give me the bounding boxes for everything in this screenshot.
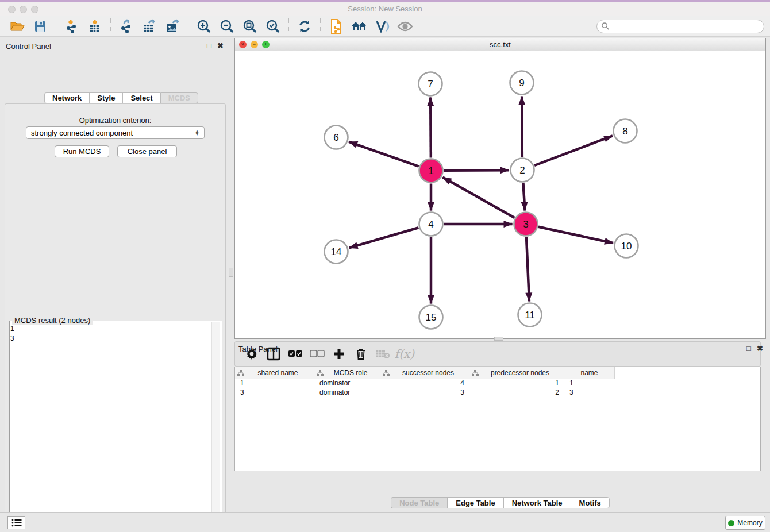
node-label: 8 [622, 126, 627, 137]
zoom-window-button[interactable] [31, 6, 38, 13]
edge-3-10[interactable] [538, 227, 613, 243]
deselect-all-icon[interactable] [307, 345, 327, 363]
delete-icon[interactable] [351, 345, 371, 363]
node-label: 11 [525, 310, 535, 321]
node-label: 6 [333, 132, 338, 143]
edge-4-14[interactable] [349, 228, 419, 248]
edge-3-11[interactable] [526, 237, 529, 301]
table-row[interactable]: 1dominator411 [235, 379, 760, 388]
save-session-icon[interactable] [31, 18, 49, 35]
tab-mcds[interactable]: MCDS [160, 92, 198, 103]
minimize-window-button[interactable] [20, 6, 27, 13]
table-cell[interactable]: dominator [314, 388, 380, 398]
table-cell[interactable]: 3 [380, 388, 469, 398]
maximize-network-button[interactable]: + [262, 41, 270, 48]
select-all-icon[interactable] [286, 345, 305, 363]
node-label: 4 [428, 219, 433, 230]
refresh-icon[interactable] [295, 18, 314, 35]
zoom-in-icon[interactable] [195, 18, 213, 35]
node-15[interactable]: 15 [419, 306, 443, 329]
vizmapper-icon[interactable] [373, 18, 391, 35]
network-canvas[interactable]: 7968124314101511 [235, 51, 765, 338]
close-panel-button[interactable]: Close panel [117, 145, 177, 157]
edge-1-2[interactable] [444, 170, 509, 171]
column-header-predecessor-nodes[interactable]: predecessor nodes [469, 367, 564, 379]
tab-motifs[interactable]: Motifs [571, 497, 610, 508]
node-7[interactable]: 7 [419, 72, 442, 96]
zoom-out-icon[interactable] [218, 18, 236, 35]
memory-button[interactable]: Memory [725, 516, 765, 530]
criterion-value: strongly connected component [31, 129, 195, 137]
tab-node-table[interactable]: Node Table [391, 497, 447, 508]
task-history-button[interactable] [7, 516, 25, 529]
edge-2-8[interactable] [534, 136, 613, 165]
node-label: 1 [428, 165, 433, 176]
export-table-icon[interactable] [140, 18, 159, 35]
node-10[interactable]: 10 [615, 234, 638, 258]
node-4[interactable]: 4 [419, 213, 443, 236]
zoom-selected-icon[interactable] [264, 18, 282, 35]
table-cell[interactable]: 2 [469, 388, 564, 398]
column-header-mcds-role[interactable]: MCDS role [314, 367, 380, 379]
node-label: 2 [519, 165, 525, 176]
tab-network[interactable]: Network [44, 92, 89, 103]
add-icon[interactable] [329, 345, 349, 363]
column-header-successor-nodes[interactable]: successor nodes [380, 367, 469, 379]
search-input[interactable] [610, 22, 753, 30]
node-2[interactable]: 2 [511, 159, 534, 182]
table-cell[interactable]: 3 [235, 388, 314, 398]
node-14[interactable]: 14 [325, 240, 348, 264]
column-header-name[interactable]: name [564, 367, 615, 379]
vertical-splitter-grip[interactable] [229, 268, 233, 277]
hide-eye-icon[interactable] [396, 18, 414, 35]
node-8[interactable]: 8 [614, 119, 637, 143]
node-6[interactable]: 6 [325, 126, 348, 149]
edge-1-7[interactable] [430, 97, 431, 157]
table-cell[interactable]: 1 [469, 379, 564, 388]
table-cell[interactable]: 1 [235, 379, 314, 388]
edge-2-9[interactable] [522, 96, 522, 157]
node-9[interactable]: 9 [510, 71, 534, 95]
search-box[interactable] [596, 20, 764, 33]
import-table-icon[interactable] [86, 18, 104, 35]
node-1[interactable]: 1 [419, 159, 443, 183]
run-mcds-button[interactable]: Run MCDS [55, 145, 109, 157]
table-cell[interactable]: 3 [564, 388, 615, 398]
close-panel-icon[interactable]: ✖ [217, 41, 224, 50]
network-file-icon[interactable] [327, 18, 345, 35]
column-header-shared-name[interactable]: shared name [235, 367, 314, 379]
tab-edge-table[interactable]: Edge Table [447, 497, 503, 508]
table-row[interactable]: 3dominator323 [235, 388, 760, 398]
minimize-network-button[interactable]: − [251, 41, 258, 48]
float-panel-icon[interactable]: □ [207, 41, 211, 50]
zoom-fit-icon[interactable] [241, 18, 259, 35]
node-table[interactable]: shared name MCDS role successor nodes pr… [234, 367, 761, 471]
table-cell[interactable]: 1 [564, 379, 615, 388]
mcds-result-text[interactable]: 1 3 [10, 324, 213, 532]
mcds-panel: Optimization criterion: strongly connect… [5, 103, 226, 532]
node-3[interactable]: 3 [514, 213, 538, 236]
edge-1-6[interactable] [349, 142, 419, 167]
criterion-dropdown[interactable]: strongly connected component ▲▼ [26, 126, 205, 139]
table-cell[interactable]: dominator [314, 379, 380, 388]
result-scrollbar[interactable] [211, 322, 220, 532]
close-window-button[interactable] [8, 6, 16, 13]
export-image-icon[interactable] [163, 18, 182, 35]
edge-3-1[interactable] [442, 178, 514, 218]
table-cell[interactable]: 4 [380, 379, 469, 388]
close-network-button[interactable]: × [239, 41, 247, 48]
app-title: Session: New Session [0, 2, 770, 16]
node-11[interactable]: 11 [518, 303, 542, 327]
tab-select[interactable]: Select [122, 92, 160, 103]
tab-style[interactable]: Style [89, 92, 122, 103]
float-table-panel-icon[interactable]: □ [746, 344, 751, 353]
tab-network-table[interactable]: Network Table [503, 497, 571, 508]
open-session-icon[interactable] [8, 18, 26, 35]
close-table-panel-icon[interactable]: ✖ [757, 344, 763, 353]
cyndex-home-icon[interactable] [350, 18, 368, 35]
network-window-titlebar[interactable]: × − + scc.txt [235, 38, 765, 51]
export-network-icon[interactable] [117, 18, 136, 35]
edge-2-3[interactable] [523, 183, 525, 210]
horizontal-splitter-grip[interactable] [494, 337, 503, 341]
import-network-icon[interactable] [63, 18, 81, 35]
